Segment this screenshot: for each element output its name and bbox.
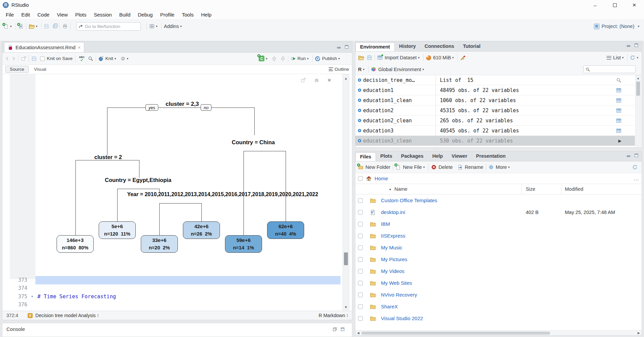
publish-dropdown-icon[interactable]: ▾ xyxy=(338,57,340,60)
addins-button[interactable]: Addins xyxy=(164,24,179,29)
environment-row[interactable]: education2 45315 obs. of 22 variables ▶ xyxy=(355,105,635,116)
memory-dropdown-icon[interactable]: ▾ xyxy=(452,56,454,59)
size-column-header[interactable]: Size xyxy=(526,184,535,194)
breadcrumb-ellipsis-button[interactable]: ... xyxy=(634,176,639,181)
find-replace-button[interactable] xyxy=(88,56,93,61)
save-all-button[interactable] xyxy=(53,24,57,29)
scrollbar-thumb[interactable] xyxy=(344,252,348,265)
scroll-up-icon[interactable]: ▲ xyxy=(343,76,349,80)
file-name-link[interactable]: NVivo Recovery xyxy=(381,292,417,298)
new-file-button[interactable]: New File xyxy=(403,164,422,170)
section-navigator[interactable]: Decision tree model Analysis xyxy=(35,313,96,318)
load-workspace-icon[interactable] xyxy=(358,55,364,61)
goto-file-box[interactable] xyxy=(76,22,141,31)
modified-column-header[interactable]: Modified xyxy=(565,184,583,194)
files-horizontal-scrollbar[interactable]: ◀ ▶ xyxy=(355,330,642,335)
console-maximize-icon[interactable] xyxy=(340,327,345,332)
goto-file-input[interactable] xyxy=(85,24,144,29)
file-row[interactable]: ShareX xyxy=(355,301,642,312)
new-folder-button[interactable]: New Folder xyxy=(365,164,390,170)
plot-popout-icon[interactable] xyxy=(300,78,306,83)
pane-tab[interactable]: Viewer xyxy=(447,151,472,161)
knit-dropdown-icon[interactable]: ▾ xyxy=(115,57,116,60)
clear-output-icon[interactable]: × xyxy=(327,78,331,83)
file-checkbox[interactable] xyxy=(358,316,363,321)
file-checkbox[interactable] xyxy=(358,281,363,285)
run-button[interactable]: Run xyxy=(297,56,306,61)
scrollbar-thumb[interactable] xyxy=(361,332,550,335)
editor-content[interactable]: × cluster = 2,3 yes no cluster = 2 Count… xyxy=(2,74,352,311)
name-column-header[interactable]: Name xyxy=(394,184,408,194)
file-row[interactable]: My Pictures xyxy=(355,253,642,265)
pane-maximize-icon[interactable] xyxy=(634,43,639,48)
spellcheck-button[interactable]: ABC xyxy=(79,56,85,61)
minimize-button[interactable]: – xyxy=(585,0,605,10)
home-icon[interactable] xyxy=(366,176,372,181)
new-file-button[interactable] xyxy=(3,24,9,29)
collapse-output-icon[interactable] xyxy=(314,78,319,83)
file-row[interactable]: My Music xyxy=(355,242,642,253)
refresh-icon[interactable] xyxy=(630,55,635,60)
more-button[interactable]: More xyxy=(496,164,507,170)
forward-button[interactable] xyxy=(11,56,16,61)
insert-chunk-button[interactable]: C xyxy=(259,56,264,61)
editor-scrollbar[interactable]: ▲ ▼ xyxy=(343,74,349,311)
menu-item[interactable]: Build xyxy=(116,10,134,19)
scrollbar-thumb[interactable] xyxy=(636,82,640,96)
refresh-icon[interactable] xyxy=(632,164,638,170)
expand-object-icon[interactable] xyxy=(357,139,362,143)
file-row[interactable]: desktop.ini 402 B May 25, 2025, 7:48 AM xyxy=(355,206,642,218)
more-dropdown-icon[interactable]: ▾ xyxy=(508,165,510,169)
settings-gear-icon[interactable] xyxy=(120,56,126,61)
file-checkbox[interactable] xyxy=(358,293,363,297)
file-row[interactable]: Visual Studio 2022 xyxy=(355,312,642,324)
scope-dropdown-icon[interactable]: ▾ xyxy=(422,68,424,71)
file-checkbox[interactable] xyxy=(358,198,363,203)
publish-button[interactable]: Publish xyxy=(322,56,337,61)
environment-search-box[interactable] xyxy=(583,65,636,73)
run-dropdown-icon[interactable]: ▾ xyxy=(307,57,309,60)
insert-chunk-dropdown-icon[interactable]: ▾ xyxy=(266,57,267,60)
restore-button[interactable] xyxy=(605,0,624,10)
pane-maximize-icon[interactable] xyxy=(634,153,639,158)
file-row[interactable]: IISExpress xyxy=(355,230,642,242)
file-row[interactable]: My Web Sites xyxy=(355,277,642,289)
close-button[interactable]: × xyxy=(624,0,644,10)
go-next-section-button[interactable] xyxy=(280,56,286,61)
console-restore-icon[interactable] xyxy=(332,327,337,332)
view-table-icon[interactable] xyxy=(616,88,621,93)
pane-maximize-icon[interactable] xyxy=(344,44,349,49)
environment-row[interactable]: education3_clean 530 obs. of 22 variable… xyxy=(355,136,635,146)
list-view-button[interactable]: List xyxy=(613,55,621,60)
rename-button[interactable]: Rename xyxy=(465,164,483,170)
popout-button[interactable] xyxy=(21,56,26,61)
view-table-icon[interactable] xyxy=(616,128,621,133)
scroll-up-icon[interactable]: ▲ xyxy=(636,76,641,80)
file-name-link[interactable]: My Videos xyxy=(381,268,405,274)
view-table-icon[interactable] xyxy=(616,118,621,123)
file-checkbox[interactable] xyxy=(358,257,363,262)
breadcrumb-home-link[interactable]: Home xyxy=(375,176,388,181)
open-file-dropdown-icon[interactable]: ▾ xyxy=(36,25,38,28)
back-button[interactable] xyxy=(5,56,10,61)
environment-row[interactable]: decision_tree_mo… List of 15 ▶ xyxy=(355,75,635,85)
menu-item[interactable]: View xyxy=(53,10,71,19)
environment-scrollbar[interactable]: ▲ xyxy=(635,75,641,147)
pane-tab[interactable]: Packages xyxy=(397,151,428,161)
language-dropdown-icon[interactable]: ▾ xyxy=(363,68,364,71)
menu-item[interactable]: Plots xyxy=(71,10,90,19)
menu-item[interactable]: Session xyxy=(90,10,116,19)
environment-scope-selector[interactable]: Global Environment xyxy=(378,67,421,72)
save-button[interactable] xyxy=(44,24,49,29)
file-name-link[interactable]: My Music xyxy=(381,245,402,250)
menu-item[interactable]: Tools xyxy=(178,10,197,19)
import-dataset-button[interactable]: Import Dataset xyxy=(385,55,417,60)
fold-chevron-icon[interactable]: ▾ xyxy=(31,293,33,301)
open-file-button[interactable] xyxy=(29,23,35,29)
environment-row[interactable]: education1 48495 obs. of 22 variables ▶ xyxy=(355,85,635,95)
file-checkbox[interactable] xyxy=(358,304,363,309)
pane-minimize-icon[interactable] xyxy=(336,44,341,49)
scroll-right-icon[interactable]: ▶ xyxy=(618,139,621,143)
menu-item[interactable]: File xyxy=(2,10,18,19)
expand-object-icon[interactable] xyxy=(357,108,362,113)
